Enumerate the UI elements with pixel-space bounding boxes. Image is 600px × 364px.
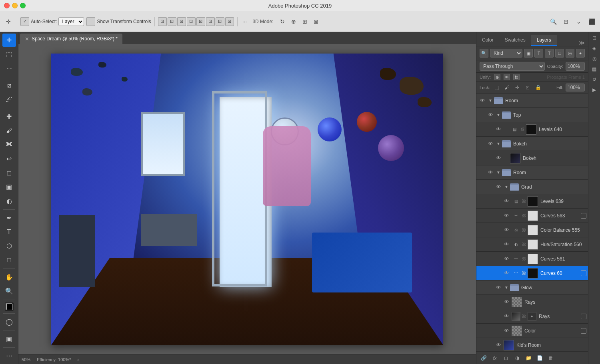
brush-tool[interactable]: 🖌 bbox=[2, 124, 16, 137]
heal-tool[interactable]: ✚ bbox=[2, 110, 16, 123]
align-left-btn[interactable]: ⊡ bbox=[158, 17, 167, 26]
layer-visibility-room-sub[interactable]: 👁 bbox=[486, 168, 495, 177]
filter-active-btn[interactable]: ● bbox=[576, 49, 585, 58]
tab-color[interactable]: Color bbox=[476, 35, 499, 46]
panel-collapse-btn[interactable]: ≫ bbox=[576, 40, 588, 46]
3d-pan-icon[interactable]: ⊕ bbox=[288, 16, 299, 27]
expand-icon[interactable]: ⬛ bbox=[586, 16, 597, 27]
layer-expand-room[interactable]: ▼ bbox=[488, 98, 493, 103]
select-tool[interactable]: ⬚ bbox=[2, 48, 16, 61]
fx-btn[interactable]: fx bbox=[491, 354, 499, 362]
zoom-tool[interactable]: 🔍 bbox=[2, 284, 16, 298]
layer-visibility-colorbal555[interactable]: 👁 bbox=[502, 226, 511, 235]
canvas-container[interactable] bbox=[18, 44, 476, 354]
layer-item-bokeh-group[interactable]: 👁 ▼ Bokeh bbox=[476, 137, 588, 151]
status-nav[interactable]: › bbox=[77, 357, 79, 362]
layer-item-grad[interactable]: 👁 ▼ Grad bbox=[476, 180, 588, 194]
layer-item-levels640[interactable]: 👁 ▤ ⛓ Levels 640 bbox=[476, 122, 588, 137]
shape-tool[interactable]: □ bbox=[2, 254, 16, 267]
search-icon[interactable]: 🔍 bbox=[548, 16, 558, 27]
path-tool[interactable]: ⬡ bbox=[2, 239, 16, 253]
layer-visibility-huesat560[interactable]: 👁 bbox=[502, 240, 511, 249]
layer-visibility-levels639[interactable]: 👁 bbox=[502, 197, 511, 206]
maximize-button[interactable] bbox=[20, 3, 26, 8]
align-center-v-btn[interactable]: ⊡ bbox=[196, 17, 205, 26]
auto-select-checkbox[interactable]: ✓ bbox=[20, 17, 29, 26]
layer-visibility-curves561[interactable]: 👁 bbox=[502, 255, 511, 263]
add-mask-btn[interactable]: ◻ bbox=[502, 354, 510, 362]
3d-slide-icon[interactable]: ⊞ bbox=[300, 16, 310, 27]
auto-select-dropdown[interactable]: Layer Group bbox=[58, 17, 84, 26]
minimize-button[interactable] bbox=[12, 3, 18, 8]
layer-kind-select[interactable]: Kind bbox=[490, 49, 522, 58]
layer-item-glow[interactable]: 👁 ▼ Glow bbox=[476, 280, 588, 295]
lock-position-btn[interactable]: ✛ bbox=[513, 84, 521, 91]
crop-tool[interactable]: ⧄ bbox=[2, 79, 16, 92]
arrange-icon[interactable]: ⊟ bbox=[561, 16, 571, 27]
layer-expand-glow[interactable]: ▼ bbox=[504, 285, 509, 290]
layer-visibility-top[interactable]: 👁 bbox=[486, 111, 495, 119]
screen-mode-tool[interactable]: ▣ bbox=[2, 332, 16, 345]
history-panel-btn[interactable]: ↺ bbox=[590, 75, 599, 84]
transform-controls-checkbox[interactable] bbox=[86, 17, 95, 26]
lock-all-btn[interactable]: 🔒 bbox=[534, 84, 542, 91]
eraser-tool[interactable]: ◻ bbox=[2, 166, 16, 179]
layer-item-room[interactable]: 👁 ▼ Room bbox=[476, 93, 588, 108]
lock-transparent-btn[interactable]: ⬚ bbox=[492, 84, 500, 91]
layer-visibility-room[interactable]: 👁 bbox=[478, 96, 487, 105]
pen-tool[interactable]: ✒ bbox=[2, 211, 16, 225]
history-tool[interactable]: ↩ bbox=[2, 152, 16, 165]
tab-layers[interactable]: Layers bbox=[531, 35, 557, 46]
eyedropper-tool[interactable]: 🖊 bbox=[2, 93, 16, 106]
lasso-tool[interactable]: ⌒ bbox=[2, 65, 16, 78]
adjustments-btn[interactable]: ◎ bbox=[590, 54, 599, 63]
filter-kind-icon[interactable]: 🔍 bbox=[480, 49, 488, 58]
layer-item-curves563[interactable]: 👁 〰 ⛓ Curves 563 bbox=[476, 209, 588, 223]
layer-visibility-bokeh[interactable]: 👁 bbox=[494, 154, 503, 163]
layer-item-rays-checker[interactable]: 👁 Rays bbox=[476, 295, 588, 309]
layer-visibility-levels640[interactable]: 👁 bbox=[494, 125, 503, 134]
filter-pixel-btn[interactable]: ▣ bbox=[524, 49, 533, 58]
hand-tool[interactable]: ✋ bbox=[2, 271, 16, 284]
layer-visibility-color[interactable]: 👁 bbox=[502, 326, 511, 335]
unify-position-btn[interactable]: ⊕ bbox=[494, 74, 500, 80]
layer-item-levels639[interactable]: 👁 ▤ ⛓ Levels 639 bbox=[476, 194, 588, 209]
extra-tool[interactable]: ⋯ bbox=[2, 349, 16, 362]
layer-visibility-bokeh-group[interactable]: 👁 bbox=[486, 139, 495, 148]
actions-btn[interactable]: ▶ bbox=[590, 86, 599, 94]
link-layers-btn[interactable]: 🔗 bbox=[480, 354, 488, 362]
align-top-btn[interactable]: ⊡ bbox=[187, 17, 196, 26]
new-adjustment-btn[interactable]: ◑ bbox=[513, 354, 521, 362]
layer-visibility-glow[interactable]: 👁 bbox=[494, 283, 503, 292]
distribute-v-btn[interactable]: ⊡ bbox=[225, 17, 234, 26]
unify-style-btn[interactable]: fx bbox=[513, 74, 520, 80]
clone-tool[interactable]: ✀ bbox=[2, 138, 16, 151]
unify-visibility-btn[interactable]: 👁 bbox=[504, 74, 510, 80]
layer-expand-bokeh-group[interactable]: ▼ bbox=[496, 141, 501, 146]
move-tool[interactable]: ✛ bbox=[2, 34, 16, 47]
properties-btn[interactable]: ⊡ bbox=[590, 34, 599, 42]
layer-item-kidsroom[interactable]: 👁 Kid's Room bbox=[476, 338, 588, 351]
3d-rotate-icon[interactable]: ↻ bbox=[277, 16, 288, 27]
layer-item-color[interactable]: 👁 Color bbox=[476, 324, 588, 338]
layer-visibility-curves60[interactable]: 👁 bbox=[502, 269, 511, 278]
layer-item-colorbalance555[interactable]: 👁 ⚖ ⛓ Color Balance 555 bbox=[476, 223, 588, 237]
filter-smart-btn[interactable]: ◎ bbox=[566, 49, 574, 58]
layer-visibility-curves563[interactable]: 👁 bbox=[502, 211, 511, 220]
filter-adjustment-btn[interactable]: T bbox=[534, 49, 543, 58]
color-btn[interactable]: ◈ bbox=[590, 44, 599, 53]
foreground-color[interactable] bbox=[5, 302, 14, 311]
align-bottom-btn[interactable]: ⊡ bbox=[206, 17, 215, 26]
layer-item-room-sub[interactable]: 👁 ▼ Room bbox=[476, 165, 588, 180]
layer-expand-room-sub[interactable]: ▼ bbox=[496, 170, 501, 175]
layer-expand-top[interactable]: ▼ bbox=[496, 113, 501, 117]
gradient-tool[interactable]: ▣ bbox=[2, 180, 16, 193]
more-options-icon[interactable]: ⌄ bbox=[574, 16, 584, 27]
canvas-tab[interactable]: ✕ Space Dream @ 50% (Room, RGB/8*) * bbox=[20, 34, 122, 44]
new-layer-btn[interactable]: 📄 bbox=[536, 354, 544, 362]
align-center-h-btn[interactable]: ⊡ bbox=[168, 17, 176, 26]
delete-layer-btn[interactable]: 🗑 bbox=[547, 354, 555, 362]
dodge-tool[interactable]: ◐ bbox=[2, 194, 16, 207]
distribute-h-btn[interactable]: ⊡ bbox=[216, 17, 224, 26]
fill-value[interactable]: 100% bbox=[566, 84, 585, 91]
